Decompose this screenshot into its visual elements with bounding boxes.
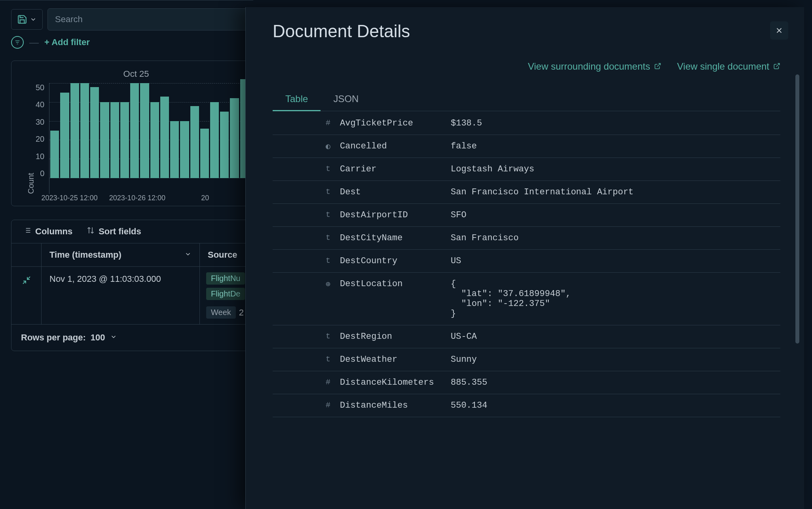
field-value: US-CA xyxy=(451,332,780,342)
chart-bar xyxy=(100,102,109,178)
document-field-row[interactable]: tDestCountryUS xyxy=(273,250,780,273)
source-column-header[interactable]: Source xyxy=(200,243,253,266)
field-type-icon: t xyxy=(273,355,340,364)
field-pill[interactable]: Week xyxy=(206,306,236,319)
field-type-icon: t xyxy=(273,187,340,196)
main-left-panel: — + Add filter Oct 25 Count 50403020100 … xyxy=(0,0,253,509)
document-field-row[interactable]: tDestAirportIDSFO xyxy=(273,204,780,227)
field-pill[interactable]: FlightNu xyxy=(206,272,245,285)
field-type-icon: ◐ xyxy=(273,141,340,151)
columns-button[interactable]: Columns xyxy=(23,226,72,237)
field-type-icon: # xyxy=(273,401,340,410)
table-row[interactable]: Nov 1, 2023 @ 11:03:03.000 FlightNuFligh… xyxy=(11,267,253,325)
chevron-down-icon xyxy=(110,332,117,343)
external-link-icon xyxy=(773,61,780,72)
field-type-icon: t xyxy=(273,164,340,173)
document-field-row[interactable]: tDestCityNameSan Francisco xyxy=(273,227,780,250)
tab-table[interactable]: Table xyxy=(273,88,321,111)
view-surrounding-link[interactable]: View surrounding documents xyxy=(528,61,661,72)
close-button[interactable] xyxy=(770,21,788,40)
field-type-icon: # xyxy=(273,378,340,387)
svg-line-10 xyxy=(23,281,26,284)
field-key: Cancelled xyxy=(340,141,451,151)
svg-line-14 xyxy=(776,63,780,66)
save-query-button[interactable] xyxy=(11,9,43,30)
field-type-icon: # xyxy=(273,118,340,127)
svg-line-9 xyxy=(27,277,30,279)
row-source: FlightNuFlightDeWeek2 xyxy=(200,267,253,324)
chart-bar xyxy=(70,83,79,178)
histogram-chart: Oct 25 Count 50403020100 2023-10-25 12:0… xyxy=(11,61,253,206)
field-key: DestAirportID xyxy=(340,210,451,220)
flyout-title: Document Details xyxy=(273,21,780,41)
row-timestamp: Nov 1, 2023 @ 11:03:03.000 xyxy=(42,267,200,324)
chart-bar xyxy=(170,121,179,178)
chart-bar xyxy=(60,93,69,178)
chart-bar xyxy=(150,102,159,178)
y-axis-ticks: 50403020100 xyxy=(36,83,49,194)
chart-bar xyxy=(190,106,199,178)
field-key: DistanceMiles xyxy=(340,401,451,410)
add-filter-button[interactable]: + Add filter xyxy=(44,37,90,47)
save-icon xyxy=(17,14,27,25)
field-type-icon: t xyxy=(273,233,340,242)
chevron-down-icon xyxy=(184,250,192,260)
document-field-row[interactable]: tDestWeatherSunny xyxy=(273,348,780,371)
field-value: { "lat": "37.61899948", "lon": "-122.375… xyxy=(451,279,780,319)
list-icon xyxy=(23,226,31,237)
document-field-row[interactable]: #DistanceMiles550.134 xyxy=(273,394,780,417)
chart-bar xyxy=(130,83,139,178)
chart-bar xyxy=(140,83,149,178)
document-field-row[interactable]: tDestRegionUS-CA xyxy=(273,325,780,348)
rows-per-page-selector[interactable]: Rows per page: 100 xyxy=(11,325,253,351)
search-input[interactable] xyxy=(47,8,253,30)
tab-json[interactable]: JSON xyxy=(321,88,371,111)
field-key: Dest xyxy=(340,187,451,197)
chart-bar xyxy=(120,102,129,178)
svg-line-13 xyxy=(657,63,660,66)
chart-bars xyxy=(49,83,249,178)
collapse-row-icon[interactable] xyxy=(11,267,42,324)
filter-toggle-icon[interactable] xyxy=(11,36,24,49)
divider: — xyxy=(29,37,39,48)
sort-fields-button[interactable]: Sort fields xyxy=(87,226,141,237)
field-value: $138.5 xyxy=(451,118,780,128)
document-field-row[interactable]: ⊕DestLocation{ "lat": "37.61899948", "lo… xyxy=(273,273,780,325)
field-key: DestCountry xyxy=(340,256,451,266)
field-key: DestRegion xyxy=(340,332,451,342)
document-fields-table: #AvgTicketPrice$138.5◐CancelledfalsetCar… xyxy=(273,112,780,417)
external-link-icon xyxy=(654,61,661,72)
chart-bar xyxy=(220,112,229,178)
field-type-icon: t xyxy=(273,256,340,265)
field-value: US xyxy=(451,256,780,266)
document-field-row[interactable]: #AvgTicketPrice$138.5 xyxy=(273,112,780,135)
field-value: Sunny xyxy=(451,355,780,365)
field-type-icon: t xyxy=(273,210,340,219)
field-value: false xyxy=(451,141,780,151)
field-key: Carrier xyxy=(340,164,451,174)
field-key: DistanceKilometers xyxy=(340,378,451,387)
view-single-link[interactable]: View single document xyxy=(677,61,780,72)
document-field-row[interactable]: ◐Cancelledfalse xyxy=(273,135,780,158)
chart-title: Oct 25 xyxy=(23,69,249,79)
chart-bar xyxy=(110,102,119,178)
sort-icon xyxy=(87,226,95,237)
field-type-icon: ⊕ xyxy=(273,279,340,289)
y-axis-label: Count xyxy=(23,83,36,194)
field-value: SFO xyxy=(451,210,780,220)
field-key: DestWeather xyxy=(340,355,451,365)
chevron-down-icon xyxy=(30,16,37,23)
field-value: San Francisco International Airport xyxy=(451,187,780,197)
document-field-row[interactable]: #DistanceKilometers885.355 xyxy=(273,371,780,394)
document-field-row[interactable]: tDestSan Francisco International Airport xyxy=(273,181,780,204)
time-column-header[interactable]: Time (timestamp) xyxy=(42,243,200,266)
field-pill[interactable]: FlightDe xyxy=(206,288,245,300)
scrollbar[interactable] xyxy=(795,74,799,344)
flyout-tabs: Table JSON xyxy=(273,88,780,111)
document-field-row[interactable]: tCarrierLogstash Airways xyxy=(273,158,780,181)
chart-bar xyxy=(90,87,99,178)
field-value: 550.134 xyxy=(451,401,780,410)
field-value: San Francisco xyxy=(451,233,780,243)
field-value: Logstash Airways xyxy=(451,164,780,174)
field-key: AvgTicketPrice xyxy=(340,118,451,128)
